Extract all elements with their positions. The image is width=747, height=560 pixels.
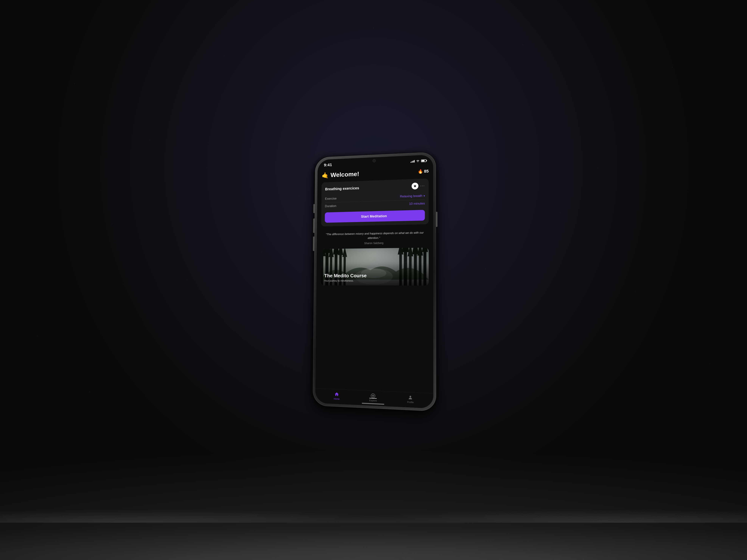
card-actions: ···	[412, 182, 425, 189]
home-indicator	[362, 403, 384, 405]
tab-indicator-line	[369, 398, 377, 399]
tab-home-label: Home	[334, 397, 339, 400]
wave-emoji: 🤙	[321, 172, 329, 179]
quote-author: Sharon Salzberg	[323, 241, 426, 245]
svg-rect-39	[423, 248, 426, 286]
svg-marker-40	[422, 248, 428, 250]
explore-icon-svg	[370, 393, 375, 398]
battery-icon	[421, 159, 426, 162]
svg-marker-35	[412, 248, 419, 254]
home-icon-svg	[334, 392, 339, 397]
duration-label: Duration	[325, 204, 336, 208]
phone-screen: 9:41	[315, 155, 433, 408]
explore-icon	[370, 393, 376, 399]
svg-point-45	[371, 394, 375, 398]
star-icon	[413, 184, 416, 188]
quote-section: "The difference between misery and happi…	[321, 229, 429, 249]
course-card[interactable]: The Medito Course Your journey to mindfu…	[320, 248, 429, 286]
streak-count: 85	[424, 168, 429, 174]
volume-up-button	[313, 218, 314, 233]
favorite-button[interactable]	[412, 183, 418, 189]
svg-marker-38	[417, 248, 423, 256]
exercise-value: Relaxing breath	[400, 194, 422, 198]
course-subtitle: Your journey to mindfulness.	[324, 279, 425, 282]
welcome-section: 🤙 Welcome!	[321, 170, 359, 179]
breathing-card: Breathing exercices ··· Exercise Relaxin…	[321, 178, 429, 226]
duration-value: 10 minutes	[409, 202, 425, 206]
signal-icon	[410, 160, 414, 163]
chevron-down-icon: ▾	[423, 194, 425, 197]
svg-marker-33	[413, 248, 418, 251]
tab-profile[interactable]: Profile	[403, 394, 418, 404]
front-camera	[372, 159, 376, 162]
svg-rect-32	[414, 250, 417, 286]
power-button	[436, 212, 437, 227]
fire-icon: 🔥	[418, 169, 423, 174]
card-title: Breathing exercices	[325, 186, 359, 191]
more-options-button[interactable]: ···	[420, 184, 425, 188]
welcome-label: Welcome!	[331, 170, 359, 178]
tab-home[interactable]: Home	[329, 391, 344, 400]
exercise-label: Exercise	[325, 197, 336, 201]
quote-text: "The difference between misery and happi…	[323, 230, 427, 241]
course-content: The Medito Course Your journey to mindfu…	[320, 269, 429, 286]
svg-point-51	[409, 396, 411, 397]
svg-marker-34	[412, 248, 418, 253]
svg-point-46	[372, 395, 374, 397]
svg-rect-36	[419, 253, 421, 286]
svg-marker-41	[422, 248, 428, 252]
status-time: 9:41	[324, 162, 332, 167]
duration-value-section: 10 minutes	[409, 202, 425, 206]
mute-button	[313, 204, 315, 213]
home-icon	[334, 392, 339, 397]
phone-device: 9:41	[312, 152, 436, 411]
streak-badge: 🔥 85	[418, 168, 429, 174]
svg-rect-25	[404, 248, 407, 286]
tab-explore-label: Explore	[369, 399, 377, 402]
app-header: 🤙 Welcome! 🔥 85	[321, 167, 429, 179]
exercise-value-section[interactable]: Relaxing breath ▾	[400, 194, 425, 198]
app-content: 🤙 Welcome! 🔥 85 Breathing exercices	[315, 164, 433, 393]
status-icons	[410, 159, 426, 163]
tab-explore[interactable]: Explore	[365, 393, 380, 402]
tab-profile-label: Profile	[407, 401, 414, 404]
svg-rect-22	[399, 252, 402, 286]
volume-down-button	[313, 236, 314, 251]
